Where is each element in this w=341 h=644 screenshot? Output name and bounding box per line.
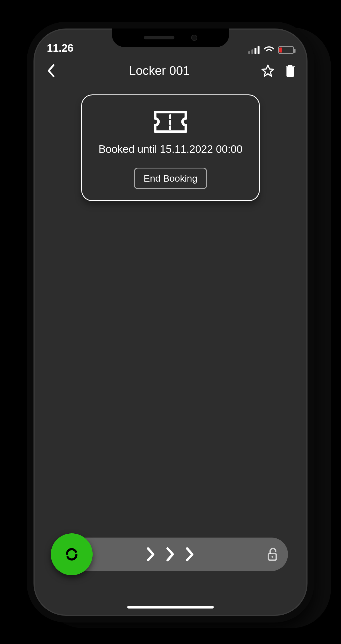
- chevron-right-icon: [144, 546, 158, 562]
- page-title: Locker 001: [65, 64, 254, 78]
- status-icons: [248, 46, 294, 54]
- screen: 11.26: [33, 28, 308, 616]
- unlock-slider[interactable]: [53, 538, 288, 571]
- chevron-right-icon: [183, 546, 197, 562]
- phone-frame: 11.26: [27, 22, 314, 622]
- ticket-icon: [152, 109, 189, 134]
- booked-until-label: Booked until 15.11.2022 00:00: [99, 143, 242, 155]
- svg-rect-3: [258, 46, 260, 54]
- sync-icon: [64, 546, 80, 562]
- device-notch: [112, 28, 229, 47]
- chevron-right-icon: [164, 546, 177, 562]
- speaker-grille: [144, 36, 174, 39]
- wifi-icon: [263, 46, 275, 54]
- front-camera: [191, 35, 197, 41]
- battery-icon: [278, 46, 294, 54]
- svg-rect-4: [287, 67, 294, 77]
- nav-bar: Locker 001: [33, 55, 308, 86]
- svg-rect-2: [254, 48, 256, 54]
- booking-card: Booked until 15.11.2022 00:00 End Bookin…: [81, 94, 260, 201]
- back-button[interactable]: [44, 63, 58, 78]
- signal-icon: [248, 46, 260, 54]
- favorite-button[interactable]: [261, 63, 275, 78]
- chevron-left-icon: [46, 64, 56, 78]
- status-time: 11.26: [47, 42, 86, 54]
- slider-track[interactable]: [53, 538, 288, 571]
- home-indicator[interactable]: [127, 606, 214, 609]
- svg-rect-0: [248, 51, 250, 54]
- trash-icon: [285, 64, 296, 77]
- end-booking-button[interactable]: End Booking: [134, 168, 207, 189]
- unlock-icon: [267, 547, 278, 561]
- star-outline-icon: [261, 64, 275, 77]
- svg-point-9: [272, 556, 273, 558]
- slider-knob[interactable]: [51, 533, 93, 575]
- delete-button[interactable]: [283, 63, 297, 78]
- svg-rect-1: [251, 49, 253, 54]
